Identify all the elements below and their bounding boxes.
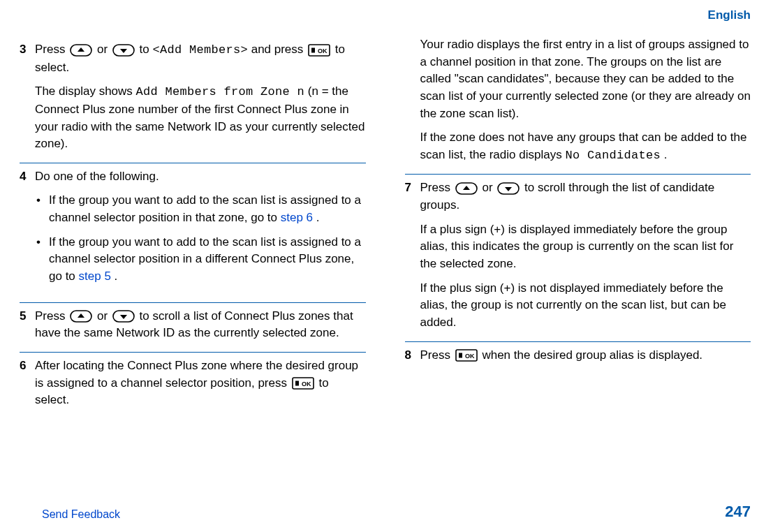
- step-text: Press when the desired group alias is di…: [420, 347, 751, 364]
- step-number: 6: [20, 357, 35, 375]
- text: Press: [35, 309, 68, 323]
- document-page: English 3 Press or to <Add Members> and …: [0, 0, 773, 532]
- step-text: If the plus sign (+) is not displayed im…: [420, 280, 751, 332]
- step-text: Do one of the following.: [35, 168, 366, 186]
- text: or: [482, 181, 496, 194]
- down-arrow-icon: [497, 182, 520, 195]
- step-body: Press or to <Add Members> and press to s…: [35, 41, 366, 153]
- step-number: 8: [405, 347, 420, 364]
- step-text: Press or to <Add Members> and press to s…: [35, 41, 366, 76]
- down-arrow-icon: [112, 310, 135, 323]
- step-body: Press or to scroll through the list of c…: [420, 179, 751, 331]
- step-number: 7: [405, 179, 420, 197]
- right-column: Your radio displays the first entry in a…: [405, 36, 751, 419]
- step-6-continuation: Your radio displays the first entry in a…: [405, 36, 751, 175]
- step-text: If a plus sign (+) is displayed immediat…: [420, 221, 751, 273]
- text: .: [316, 211, 320, 224]
- step-8: 8 Press when the desired group alias is …: [405, 342, 751, 374]
- page-number: 247: [725, 503, 751, 521]
- text: or: [97, 43, 111, 56]
- mono-text: <Add Members>: [152, 43, 248, 57]
- text: If the group you want to add to the scan…: [49, 193, 361, 224]
- up-arrow-icon: [70, 44, 92, 57]
- step-number: 5: [20, 308, 35, 325]
- ok-button-icon: [308, 44, 330, 57]
- step-text: Your radio displays the first entry in a…: [420, 36, 751, 122]
- up-arrow-icon: [70, 310, 92, 323]
- step-text: The display shows Add Members from Zone …: [35, 83, 366, 153]
- text: or: [97, 309, 111, 323]
- up-arrow-icon: [455, 182, 478, 195]
- step-5: 5 Press or to scroll a list of Connect P…: [20, 303, 366, 353]
- mono-text: No Candidates: [565, 149, 661, 162]
- bullet-list: If the group you want to add to the scan…: [35, 192, 366, 285]
- text: to: [140, 43, 153, 56]
- step-body: Press or to scroll a list of Connect Plu…: [35, 308, 366, 342]
- step-4: 4 Do one of the following. If the group …: [20, 163, 366, 303]
- mono-text: Add Members from Zone n: [136, 85, 305, 98]
- page-footer: Send Feedback 247: [42, 503, 751, 521]
- step-body: Press when the desired group alias is di…: [420, 347, 751, 364]
- step-body: After locating the Connect Plus zone whe…: [35, 357, 366, 409]
- send-feedback-link[interactable]: Send Feedback: [42, 508, 120, 521]
- text: .: [115, 269, 118, 283]
- ok-button-icon: [292, 377, 314, 390]
- text: Press: [420, 181, 454, 194]
- step-body: Do one of the following. If the group yo…: [35, 168, 366, 293]
- text: The display shows: [35, 84, 136, 98]
- list-item: If the group you want to add to the scan…: [36, 234, 366, 286]
- text: and press: [251, 43, 307, 56]
- step-link[interactable]: step 5: [79, 269, 111, 283]
- step-text: Press or to scroll a list of Connect Plu…: [35, 308, 366, 342]
- ok-button-icon: [455, 349, 478, 362]
- step-3: 3 Press or to <Add Members> and press to…: [20, 36, 366, 163]
- step-6: 6 After locating the Connect Plus zone w…: [20, 353, 366, 419]
- step-text: If the zone does not have any groups tha…: [420, 129, 751, 164]
- text: Press: [35, 43, 68, 56]
- list-item: If the group you want to add to the scan…: [36, 192, 366, 226]
- text: .: [664, 148, 668, 161]
- text: when the desired group alias is displaye…: [482, 348, 702, 362]
- language-header: English: [20, 8, 751, 36]
- step-link[interactable]: step 6: [281, 211, 313, 224]
- content-columns: 3 Press or to <Add Members> and press to…: [20, 36, 751, 419]
- step-text: Press or to scroll through the list of c…: [420, 179, 751, 214]
- step-7: 7 Press or to scroll through the list of…: [405, 175, 751, 341]
- down-arrow-icon: [112, 44, 135, 57]
- text: Press: [420, 348, 454, 362]
- step-number: 4: [20, 168, 35, 186]
- step-number: 3: [20, 41, 35, 59]
- step-text: After locating the Connect Plus zone whe…: [35, 357, 366, 409]
- left-column: 3 Press or to <Add Members> and press to…: [20, 36, 366, 419]
